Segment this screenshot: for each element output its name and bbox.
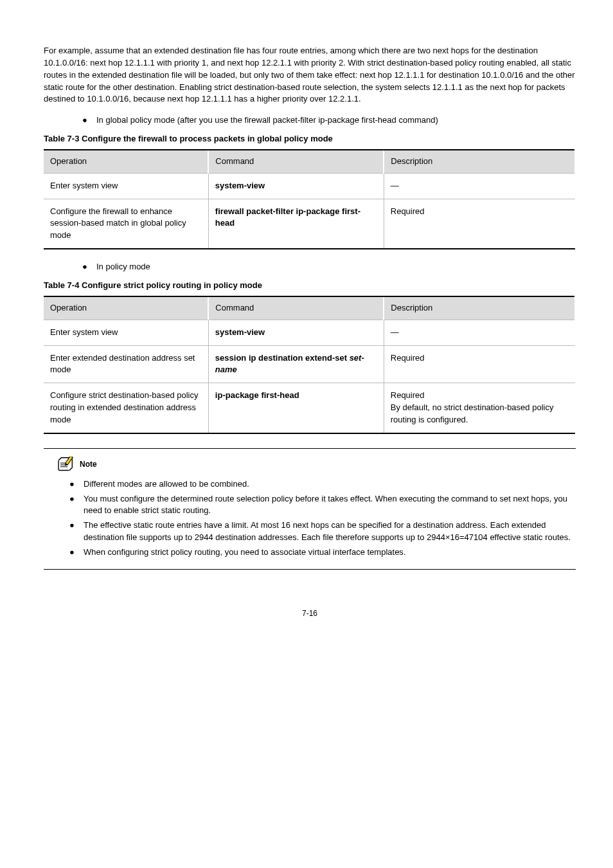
page-number: 7-16 [44, 608, 576, 619]
cell-description: Required By default, no strict destinati… [384, 383, 575, 433]
list-item-text: In global policy mode (after you use the… [96, 114, 576, 127]
table-header-row: Operation Command Description [44, 150, 575, 173]
cell-operation: Enter system view [44, 173, 208, 199]
bullet-icon: ● [69, 478, 84, 491]
note-item-text: The effective static route entries have … [84, 520, 576, 544]
list-item: ● When configuring strict policy routing… [69, 547, 576, 559]
cell-command: ip-package first-head [208, 383, 384, 433]
cell-operation: Enter system view [44, 320, 208, 345]
table-caption: Table 7-3 Configure the firewall to proc… [44, 133, 576, 145]
cmd-text: system-view [215, 181, 265, 190]
table-7-4: Operation Command Description Enter syst… [44, 296, 576, 434]
table-7-3: Operation Command Description Enter syst… [44, 149, 576, 249]
intro-paragraph: For example, assume that an extended des… [44, 45, 576, 105]
cell-command: system-view [208, 173, 384, 199]
note-list: ● Different modes are allowed to be comb… [44, 478, 576, 559]
col-command: Command [208, 296, 384, 320]
note-header: Note [54, 457, 576, 473]
cell-description: — [384, 173, 575, 199]
bullet-icon: ● [69, 520, 84, 544]
cmd-text: ip-package first-head [215, 390, 299, 400]
note-icon [54, 457, 76, 473]
cell-operation: Configure strict destination-based polic… [44, 383, 208, 433]
cell-command: firewall packet-filter ip-package first-… [208, 199, 384, 249]
list-item: ● The effective static route entries hav… [69, 520, 576, 544]
cell-command: system-view [208, 320, 384, 345]
context-list: ● In policy mode [44, 261, 576, 273]
cell-description: — [384, 320, 575, 345]
table-row: Enter extended destination address set m… [44, 345, 575, 383]
note-label: Note [80, 459, 97, 470]
bullet-icon: ● [69, 493, 84, 518]
table-row: Configure strict destination-based polic… [44, 383, 575, 433]
list-item: ● Different modes are allowed to be comb… [69, 478, 576, 491]
bullet-icon: ● [82, 261, 96, 273]
list-item: ● You must configure the determined rout… [69, 493, 576, 518]
col-operation: Operation [44, 296, 208, 320]
cell-command: session ip destination extend-set set-na… [208, 345, 384, 383]
cell-operation: Enter extended destination address set m… [44, 345, 208, 383]
table-header-row: Operation Command Description [44, 296, 575, 320]
bullet-icon: ● [82, 114, 96, 127]
note-item-text: When configuring strict policy routing, … [84, 547, 576, 559]
list-item: ● In policy mode [82, 261, 576, 273]
cmd-text: system-view [215, 327, 265, 337]
col-description: Description [384, 296, 575, 320]
note-callout: Note ● Different modes are allowed to be… [44, 448, 576, 570]
col-command: Command [208, 150, 384, 173]
note-item-text: You must configure the determined route … [84, 493, 576, 518]
table-row: Enter system view system-view — [44, 320, 575, 345]
cell-description: Required [384, 345, 575, 383]
cell-description: Required [384, 199, 575, 249]
note-item-text: Different modes are allowed to be combin… [84, 478, 576, 491]
cell-operation: Configure the firewall to enhance sessio… [44, 199, 208, 249]
context-list: ● In global policy mode (after you use t… [44, 114, 576, 127]
list-item-text: In policy mode [96, 261, 576, 273]
bullet-icon: ● [69, 547, 84, 559]
col-description: Description [384, 150, 575, 173]
cmd-text: firewall packet-filter ip-package first-… [215, 206, 360, 228]
table-row: Configure the firewall to enhance sessio… [44, 199, 575, 249]
col-operation: Operation [44, 150, 208, 173]
table-row: Enter system view system-view — [44, 173, 575, 199]
list-item: ● In global policy mode (after you use t… [82, 114, 576, 127]
table-caption: Table 7-4 Configure strict policy routin… [44, 280, 576, 292]
cmd-text: session ip destination extend-set [215, 353, 350, 363]
